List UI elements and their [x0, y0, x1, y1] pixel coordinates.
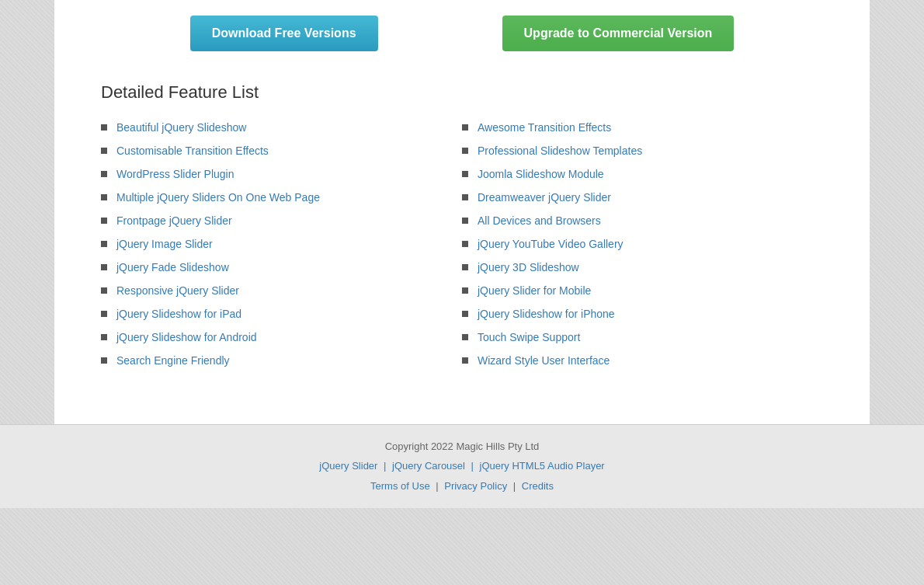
footer-policy-separator: |: [433, 480, 442, 492]
feature-link[interactable]: jQuery Slideshow for Android: [116, 331, 257, 343]
upgrade-button[interactable]: Upgrade to Commercial Version: [502, 16, 735, 51]
feature-link[interactable]: Multiple jQuery Sliders On One Web Page: [116, 191, 320, 204]
bullet-icon: [101, 357, 107, 364]
feature-right-column: Awesome Transition EffectsProfessional S…: [462, 121, 823, 378]
list-item: jQuery Slideshow for Android: [101, 331, 462, 343]
list-item: jQuery Fade Slideshow: [101, 261, 462, 273]
button-row: Download Free Versions Upgrade to Commer…: [101, 8, 823, 75]
feature-link[interactable]: Professional Slideshow Templates: [478, 145, 642, 157]
bullet-icon: [462, 194, 468, 200]
bullet-icon: [101, 218, 107, 224]
feature-link[interactable]: Joomla Slideshow Module: [478, 168, 604, 180]
list-item: Wizard Style User Interface: [462, 354, 823, 367]
list-item: WordPress Slider Plugin: [101, 168, 462, 180]
bullet-icon: [462, 264, 468, 270]
bullet-icon: [462, 357, 468, 364]
bullet-icon: [101, 334, 107, 340]
feature-link[interactable]: All Devices and Browsers: [478, 214, 601, 227]
feature-link[interactable]: Search Engine Friendly: [116, 354, 230, 367]
list-item: jQuery Slider for Mobile: [462, 284, 823, 297]
list-item: Professional Slideshow Templates: [462, 145, 823, 157]
footer-copyright: Copyright 2022 Magic Hills Pty Ltd: [8, 440, 916, 452]
footer-links: jQuery Slider | jQuery Carousel | jQuery…: [8, 458, 916, 472]
feature-link[interactable]: jQuery Fade Slideshow: [116, 261, 229, 273]
footer-policy-link[interactable]: Terms of Use: [370, 480, 430, 492]
bullet-icon: [101, 194, 107, 200]
feature-left-column: Beautiful jQuery SlideshowCustomisable T…: [101, 121, 462, 378]
list-item: Dreamweaver jQuery Slider: [462, 191, 823, 204]
feature-link[interactable]: Dreamweaver jQuery Slider: [478, 191, 611, 204]
list-item: Awesome Transition Effects: [462, 121, 823, 134]
list-item: Joomla Slideshow Module: [462, 168, 823, 180]
bullet-icon: [462, 311, 468, 317]
feature-link[interactable]: Beautiful jQuery Slideshow: [116, 121, 246, 134]
feature-link[interactable]: jQuery Image Slider: [116, 238, 213, 250]
bullet-icon: [101, 311, 107, 317]
feature-link[interactable]: jQuery Slideshow for iPhone: [478, 308, 615, 320]
feature-link[interactable]: Customisable Transition Effects: [116, 145, 269, 157]
footer-policy-separator: |: [510, 480, 519, 492]
list-item: Responsive jQuery Slider: [101, 284, 462, 297]
list-item: jQuery Slideshow for iPad: [101, 308, 462, 320]
feature-link[interactable]: Responsive jQuery Slider: [116, 284, 239, 297]
bullet-icon: [462, 334, 468, 340]
list-item: Customisable Transition Effects: [101, 145, 462, 157]
bullet-icon: [462, 218, 468, 224]
feature-link[interactable]: jQuery YouTube Video Gallery: [478, 238, 624, 250]
bullet-icon: [101, 148, 107, 154]
feature-link[interactable]: WordPress Slider Plugin: [116, 168, 234, 180]
feature-link[interactable]: Awesome Transition Effects: [478, 121, 611, 134]
list-item: Beautiful jQuery Slideshow: [101, 121, 462, 134]
list-item: jQuery Slideshow for iPhone: [462, 308, 823, 320]
bullet-icon: [462, 287, 468, 294]
footer-link[interactable]: jQuery Slider: [319, 460, 377, 472]
footer-separator: |: [468, 460, 477, 472]
footer: Copyright 2022 Magic Hills Pty Ltd jQuer…: [0, 424, 924, 508]
footer-link[interactable]: jQuery HTML5 Audio Player: [480, 460, 605, 472]
bullet-icon: [101, 124, 107, 131]
footer-policy-link[interactable]: Privacy Policy: [444, 480, 507, 492]
footer-policy-link[interactable]: Credits: [522, 480, 554, 492]
feature-title: Detailed Feature List: [101, 82, 823, 103]
bullet-icon: [101, 171, 107, 177]
feature-link[interactable]: jQuery Slider for Mobile: [478, 284, 591, 297]
feature-link[interactable]: jQuery Slideshow for iPad: [116, 308, 241, 320]
bullet-icon: [101, 264, 107, 270]
list-item: jQuery 3D Slideshow: [462, 261, 823, 273]
bullet-icon: [101, 241, 107, 247]
feature-link[interactable]: Frontpage jQuery Slider: [116, 214, 232, 227]
feature-link[interactable]: Touch Swipe Support: [478, 331, 580, 343]
feature-columns: Beautiful jQuery SlideshowCustomisable T…: [101, 121, 823, 378]
feature-link[interactable]: jQuery 3D Slideshow: [478, 261, 579, 273]
list-item: Touch Swipe Support: [462, 331, 823, 343]
footer-policy: Terms of Use | Privacy Policy | Credits: [8, 479, 916, 493]
list-item: jQuery YouTube Video Gallery: [462, 238, 823, 250]
bullet-icon: [462, 124, 468, 131]
footer-link[interactable]: jQuery Carousel: [392, 460, 465, 472]
feature-section: Detailed Feature List Beautiful jQuery S…: [101, 75, 823, 393]
bullet-icon: [462, 171, 468, 177]
feature-link[interactable]: Wizard Style User Interface: [478, 354, 610, 367]
bullet-icon: [101, 287, 107, 294]
list-item: Search Engine Friendly: [101, 354, 462, 367]
list-item: Multiple jQuery Sliders On One Web Page: [101, 191, 462, 204]
footer-separator: |: [380, 460, 389, 472]
list-item: jQuery Image Slider: [101, 238, 462, 250]
bullet-icon: [462, 241, 468, 247]
bullet-icon: [462, 148, 468, 154]
download-button[interactable]: Download Free Versions: [190, 16, 378, 51]
list-item: All Devices and Browsers: [462, 214, 823, 227]
list-item: Frontpage jQuery Slider: [101, 214, 462, 227]
